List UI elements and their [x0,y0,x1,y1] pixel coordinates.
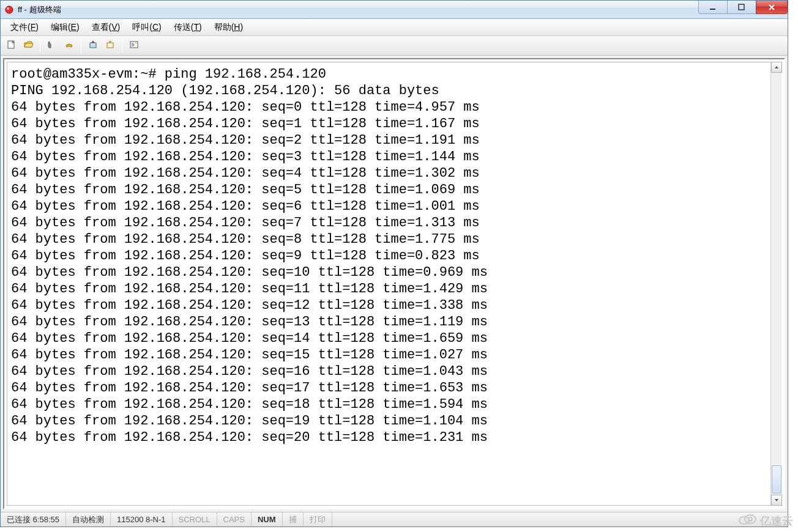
status-scroll: SCROLL [173,512,217,526]
status-detect: 自动检测 [66,512,111,526]
menu-bar: 文件(F) 编辑(E) 查看(V) 呼叫(C) 传送(T) 帮助(H) [1,19,788,36]
scroll-up-button[interactable] [771,62,782,73]
disconnect-button[interactable] [61,38,77,54]
send-icon [88,40,98,51]
minimize-button[interactable] [698,1,728,14]
phone-icon [47,40,57,51]
watermark: 亿速云 [737,512,793,530]
status-caps: CAPS [217,512,252,526]
menu-call[interactable]: 呼叫(C) [126,20,167,35]
cloud-icon [737,512,758,530]
scroll-thumb[interactable] [772,465,781,493]
receive-icon [105,40,115,51]
properties-icon [129,40,139,51]
open-folder-icon [23,40,33,51]
terminal-output[interactable]: root@am335x-evm:~# ping 192.168.254.120 … [11,66,777,446]
menu-transfer[interactable]: 传送(T) [168,20,208,35]
status-capture: 捕 [283,512,304,526]
new-file-icon [6,40,16,51]
terminal-frame: root@am335x-evm:~# ping 192.168.254.120 … [7,62,781,506]
phone-hangup-icon [64,40,74,51]
vertical-scrollbar[interactable] [770,62,781,506]
svg-rect-5 [90,43,96,48]
new-file-button[interactable] [3,38,19,54]
svg-rect-6 [107,43,113,48]
toolbar [1,36,788,56]
menu-view[interactable]: 查看(V) [86,20,127,35]
menu-file[interactable]: 文件(F) [4,20,45,35]
status-connected: 已连接 6:58:55 [1,512,66,526]
toolbar-separator [122,39,122,53]
app-icon [4,5,14,15]
svg-point-1 [7,7,9,10]
svg-rect-3 [739,4,744,10]
close-button[interactable] [756,1,788,14]
scroll-down-button[interactable] [771,495,782,506]
terminal-container: root@am335x-evm:~# ping 192.168.254.120 … [3,58,785,509]
status-num: NUM [252,512,283,526]
maximize-button[interactable] [727,1,756,14]
toolbar-separator [81,39,81,53]
receive-file-button[interactable] [102,38,118,54]
status-baud: 115200 8-N-1 [111,512,173,526]
watermark-text: 亿速云 [760,514,793,528]
svg-point-8 [135,42,137,44]
send-file-button[interactable] [85,38,101,54]
app-window: ff - 超级终端 文件(F) 编辑(E) 查看(V) 呼叫(C) 传送(T) … [0,0,788,527]
properties-button[interactable] [126,38,142,54]
toolbar-separator [40,39,40,53]
status-bar: 已连接 6:58:55 自动检测 115200 8-N-1 SCROLL CAP… [1,512,788,526]
title-bar[interactable]: ff - 超级终端 [1,1,788,19]
svg-point-11 [748,517,752,521]
status-print: 打印 [304,512,332,526]
window-title: ff - 超级终端 [18,4,61,15]
menu-help[interactable]: 帮助(H) [208,20,249,35]
window-controls [699,1,788,14]
svg-rect-2 [710,9,715,10]
svg-point-0 [6,6,13,13]
open-file-button[interactable] [20,38,36,54]
connect-button[interactable] [44,38,60,54]
svg-point-10 [745,515,756,523]
menu-edit[interactable]: 编辑(E) [45,20,86,35]
